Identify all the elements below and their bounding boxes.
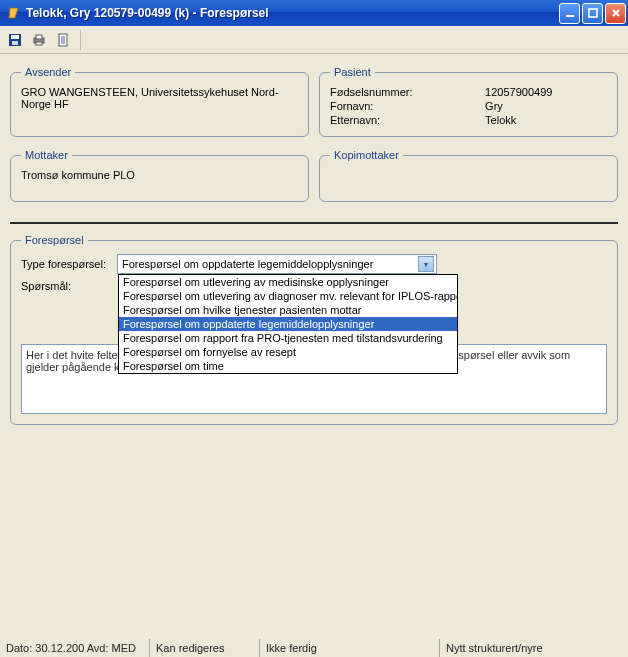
etternavn-label: Etternavn: xyxy=(330,114,467,126)
kopimottaker-legend: Kopimottaker xyxy=(330,149,403,161)
foresporsel-group: Forespørsel Type forespørsel: Forespørse… xyxy=(10,234,618,425)
fodselsnummer-value: 12057900499 xyxy=(485,86,607,98)
mottaker-legend: Mottaker xyxy=(21,149,72,161)
avsender-group: Avsender GRO WANGENSTEEN, Universitetssy… xyxy=(10,66,309,137)
chevron-down-icon[interactable]: ▾ xyxy=(418,256,434,272)
etternavn-value: Telokk xyxy=(485,114,607,126)
dropdown-option[interactable]: Forespørsel om fornyelse av resept xyxy=(119,345,457,359)
section-divider xyxy=(10,222,618,224)
dropdown-option[interactable]: Forespørsel om rapport fra PRO-tjenesten… xyxy=(119,331,457,345)
toolbar-divider xyxy=(80,30,81,50)
dropdown-option[interactable]: Forespørsel om oppdaterte legemiddeloppl… xyxy=(119,317,457,331)
fodselsnummer-label: Fødselsnummer: xyxy=(330,86,467,98)
type-foresporsel-select[interactable]: Forespørsel om oppdaterte legemiddeloppl… xyxy=(117,254,437,274)
svg-rect-3 xyxy=(11,35,19,39)
svg-rect-4 xyxy=(12,41,18,45)
svg-rect-6 xyxy=(36,35,42,39)
content-area: Avsender GRO WANGENSTEEN, Universitetssy… xyxy=(0,54,628,441)
mottaker-text: Tromsø kommune PLO xyxy=(21,169,298,191)
foresporsel-legend: Forespørsel xyxy=(21,234,88,246)
print-icon[interactable] xyxy=(30,31,48,49)
svg-rect-8 xyxy=(59,34,67,46)
status-state: Ikke ferdig xyxy=(260,639,440,657)
statusbar: Dato: 30.12.200 Avd: MED Kan redigeres I… xyxy=(0,639,628,657)
dropdown-option[interactable]: Forespørsel om utlevering av diagnoser m… xyxy=(119,289,457,303)
window-buttons xyxy=(559,3,626,24)
save-icon[interactable] xyxy=(6,31,24,49)
pasient-legend: Pasient xyxy=(330,66,375,78)
sporsmal-label: Spørsmål: xyxy=(21,280,111,292)
svg-rect-1 xyxy=(589,9,597,17)
titlebar: Telokk, Gry 120579-00499 (k) - Forespørs… xyxy=(0,0,628,26)
type-foresporsel-selected: Forespørsel om oppdaterte legemiddeloppl… xyxy=(122,258,373,270)
status-date-dept: Dato: 30.12.200 Avd: MED xyxy=(0,639,150,657)
dropdown-option[interactable]: Forespørsel om hvilke tjenester pasiente… xyxy=(119,303,457,317)
toolbar xyxy=(0,26,628,54)
kopimottaker-text xyxy=(330,169,607,191)
status-extra: Nytt strukturert/nyre xyxy=(440,639,628,657)
type-foresporsel-label: Type forespørsel: xyxy=(21,258,111,270)
app-icon xyxy=(6,5,22,21)
document-icon[interactable] xyxy=(54,31,72,49)
dropdown-option[interactable]: Forespørsel om utlevering av medisinske … xyxy=(119,275,457,289)
dropdown-option[interactable]: Forespørsel om time xyxy=(119,359,457,373)
mottaker-group: Mottaker Tromsø kommune PLO xyxy=(10,149,309,202)
fornavn-value: Gry xyxy=(485,100,607,112)
window-title: Telokk, Gry 120579-00499 (k) - Forespørs… xyxy=(26,6,559,20)
maximize-button[interactable] xyxy=(582,3,603,24)
minimize-button[interactable] xyxy=(559,3,580,24)
close-button[interactable] xyxy=(605,3,626,24)
avsender-text: GRO WANGENSTEEN, Universitetssykehuset N… xyxy=(21,86,298,110)
kopimottaker-group: Kopimottaker xyxy=(319,149,618,202)
svg-rect-7 xyxy=(36,42,42,45)
status-editable: Kan redigeres xyxy=(150,639,260,657)
svg-rect-0 xyxy=(566,15,574,17)
fornavn-label: Fornavn: xyxy=(330,100,467,112)
avsender-legend: Avsender xyxy=(21,66,75,78)
pasient-group: Pasient Fødselsnummer: 12057900499 Forna… xyxy=(319,66,618,137)
type-foresporsel-dropdown[interactable]: Forespørsel om utlevering av medisinske … xyxy=(118,274,458,374)
